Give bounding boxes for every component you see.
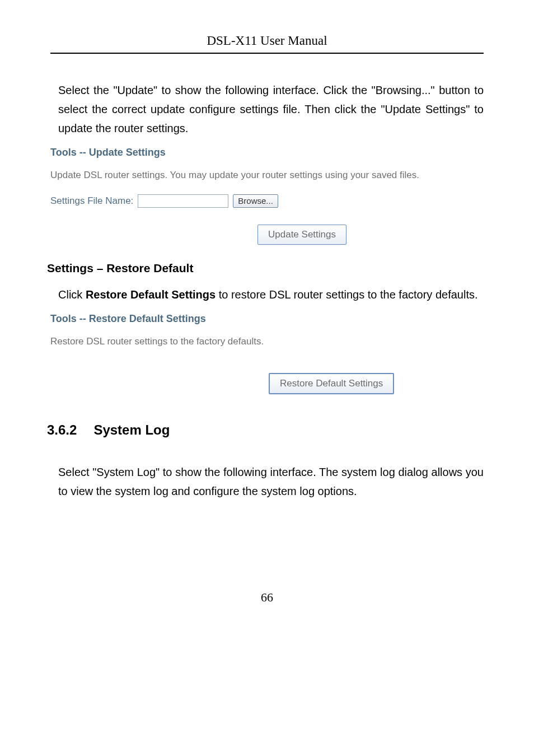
settings-file-input[interactable] [138,194,228,208]
manual-title: DSL-X11 User Manual [50,34,484,53]
browse-button[interactable]: Browse... [233,194,278,208]
restore-para-post: to restore DSL router settings to the fa… [216,288,477,301]
syslog-paragraph: Select "System Log" to show the followin… [58,463,484,501]
syslog-heading: 3.6.2System Log [47,422,484,438]
page-number: 66 [50,590,484,605]
update-settings-screenshot: Tools -- Update Settings Update DSL rout… [50,147,484,245]
tools-restore-title: Tools -- Restore Default Settings [50,313,484,325]
settings-file-label: Settings File Name: [50,195,133,207]
restore-section-heading: Settings – Restore Default [47,262,484,275]
restore-settings-screenshot: Tools -- Restore Default Settings Restor… [50,313,484,394]
restore-paragraph: Click Restore Default Settings to restor… [58,285,484,304]
page-header: DSL-X11 User Manual [50,34,484,54]
settings-file-row: Settings File Name: Browse... [50,194,484,208]
tools-restore-desc: Restore DSL router settings to the facto… [50,336,484,347]
restore-para-bold: Restore Default Settings [86,288,216,301]
syslog-title: System Log [93,422,170,437]
syslog-number: 3.6.2 [47,422,77,437]
tools-update-desc: Update DSL router settings. You may upda… [50,170,484,181]
intro-paragraph: Select the "Update" to show the followin… [58,81,484,138]
header-rule [50,53,484,54]
restore-default-button[interactable]: Restore Default Settings [269,373,394,394]
tools-update-title: Tools -- Update Settings [50,147,484,158]
update-settings-button[interactable]: Update Settings [257,225,346,245]
restore-para-pre: Click [58,288,86,301]
